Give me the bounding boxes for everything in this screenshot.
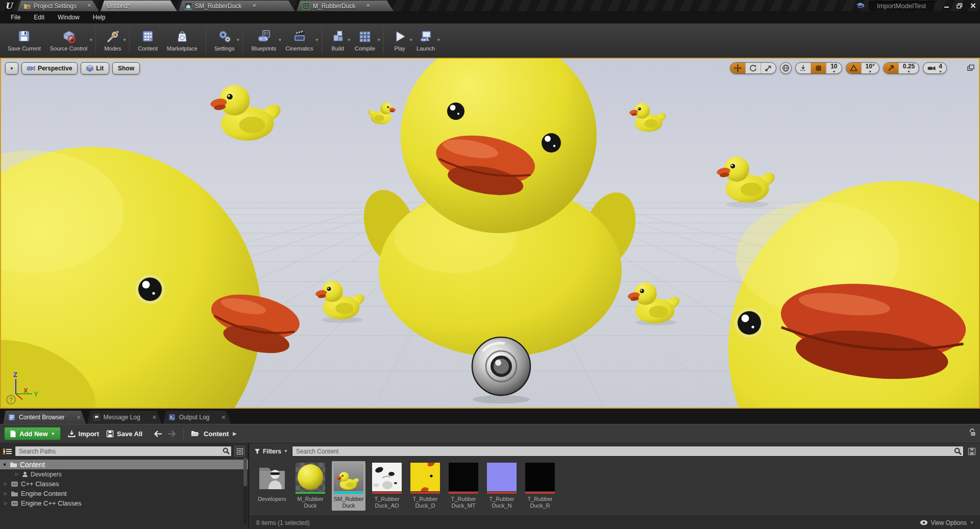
scale-snap-value-dropdown[interactable]: 0.25▼ — [899, 63, 919, 73]
maximize-viewport-icon[interactable] — [967, 64, 975, 72]
close-tab-icon[interactable]: ✕ — [365, 3, 370, 9]
filters-button[interactable]: Filters ▼ — [254, 448, 288, 455]
asset-developers-folder[interactable]: Developers — [255, 461, 289, 504]
blueprints-icon — [256, 29, 272, 44]
menu-file[interactable]: File — [4, 11, 27, 23]
settings-button[interactable]: ▼ Settings — [210, 24, 239, 56]
scale-snap-toggle[interactable] — [884, 63, 899, 73]
modes-button[interactable]: ▼ Modes — [100, 24, 126, 56]
viewport-options-button[interactable]: ▼ — [5, 62, 18, 74]
asset-t-rubberduck-r[interactable]: T_RubberDuck_R — [523, 461, 557, 511]
tab-untitled[interactable]: Untitled* — [101, 1, 177, 11]
path-view-options-button[interactable] — [234, 446, 245, 457]
tab-m-rubberduck[interactable]: M_RubberDuck ✕ — [297, 1, 394, 11]
asset-sm-rubberduck[interactable]: SM_RubberDuck — [332, 461, 365, 511]
content-browser-icon — [140, 29, 155, 44]
tutorial-cap-icon[interactable] — [856, 2, 865, 9]
expander-icon[interactable]: ▷ — [3, 491, 8, 496]
close-tab-icon[interactable]: ✕ — [76, 414, 81, 421]
tree-item-developers[interactable]: ▷ Developers — [0, 469, 248, 479]
camera-speed-dropdown[interactable]: 4▼ — [923, 63, 946, 73]
folder-tree: ▼ Content ▷ Developers ▷ C++ Classes — [0, 460, 248, 508]
blueprints-button[interactable]: ▼ Blueprints — [247, 24, 281, 56]
dropdown-caret-icon[interactable]: ▼ — [236, 38, 240, 42]
rotate-tool-button[interactable] — [746, 63, 761, 73]
rotation-snap-toggle[interactable] — [846, 63, 862, 73]
asset-m-rubberduck[interactable]: M_RubberDuck — [293, 461, 327, 511]
grid-snap-group: 10▼ — [795, 62, 842, 74]
transform-tools-group — [730, 62, 776, 74]
scale-tool-button[interactable] — [761, 63, 776, 73]
tree-item-content[interactable]: ▼ Content — [0, 460, 248, 469]
move-tool-button[interactable] — [730, 63, 746, 73]
expander-icon[interactable]: ▼ — [2, 462, 7, 467]
level-viewport[interactable]: Z X Y ▼ Perspective Lit Show — [0, 58, 980, 409]
close-tab-icon[interactable]: ✕ — [252, 3, 256, 9]
save-search-icon[interactable] — [968, 447, 976, 456]
search-paths-input[interactable] — [15, 446, 232, 457]
tree-item-cpp-classes[interactable]: ▷ C++ Classes — [0, 479, 248, 489]
close-tab-icon[interactable]: ✕ — [221, 414, 226, 421]
tree-item-engine-content[interactable]: ▷ Engine Content — [0, 489, 248, 498]
search-content-input[interactable] — [292, 446, 964, 457]
rotation-snap-value-dropdown[interactable]: 10°▼ — [862, 63, 879, 73]
menu-edit[interactable]: Edit — [27, 11, 51, 23]
lit-button[interactable]: Lit — [81, 62, 109, 74]
lock-button[interactable] — [969, 429, 976, 439]
close-tab-icon[interactable]: ✕ — [87, 3, 91, 9]
dropdown-caret-icon[interactable]: ▼ — [315, 38, 319, 42]
save-all-button[interactable]: Save All — [106, 430, 142, 438]
breadcrumb[interactable]: Content ▶ — [191, 430, 236, 438]
play-button[interactable]: ▼ Play — [387, 24, 412, 56]
grid-snap-toggle[interactable] — [811, 63, 826, 73]
build-button[interactable]: ▼ Build — [326, 24, 350, 56]
menu-help[interactable]: Help — [86, 11, 112, 23]
close-button[interactable] — [968, 2, 978, 10]
grid-snap-value-dropdown[interactable]: 10▼ — [826, 63, 841, 73]
close-tab-icon[interactable]: ✕ — [152, 414, 157, 421]
show-button[interactable]: Show — [112, 62, 140, 74]
expander-icon[interactable]: ▷ — [3, 482, 8, 486]
dropdown-caret-icon[interactable]: ▼ — [377, 38, 381, 42]
tab-project-settings[interactable]: Project Settings ✕ — [17, 1, 99, 11]
viewport-scene[interactable]: Z X Y — [1, 59, 979, 408]
save-current-button[interactable]: Save Current — [3, 24, 45, 56]
marketplace-button[interactable]: Marketplace — [162, 24, 202, 56]
tab-message-log[interactable]: Message Log ✕ — [88, 411, 162, 424]
toolbar-separator — [95, 27, 96, 54]
asset-t-rubberduck-n[interactable]: T_RubberDuck_N — [485, 461, 519, 511]
scrollbar-thumb[interactable] — [243, 458, 247, 486]
tab-sm-rubberduck[interactable]: SM_RubberDuck ✕ — [179, 1, 295, 11]
perspective-button[interactable]: Perspective — [21, 62, 78, 74]
dropdown-caret-icon[interactable]: ▼ — [89, 38, 93, 42]
launch-button[interactable]: ▼ Launch — [412, 24, 439, 56]
tree-scrollbar[interactable] — [243, 458, 247, 524]
unlock-icon — [969, 429, 976, 437]
import-button[interactable]: Import — [68, 430, 99, 438]
back-arrow-icon[interactable] — [154, 431, 162, 437]
world-coordinate-button[interactable] — [780, 62, 792, 74]
surface-snap-button[interactable] — [796, 63, 811, 73]
dropdown-caret-icon[interactable]: ▼ — [436, 38, 440, 42]
asset-t-rubberduck-d[interactable]: T_RubberDuck_D — [408, 461, 442, 511]
tab-content-browser[interactable]: Content Browser ✕ — [3, 411, 86, 424]
asset-t-rubberduck-ao[interactable]: T_RubberDuck_AO — [370, 461, 404, 511]
expander-icon[interactable]: ▷ — [14, 472, 19, 476]
menu-window[interactable]: Window — [51, 11, 86, 23]
forward-arrow-icon[interactable] — [167, 431, 176, 437]
add-new-button[interactable]: Add New ▼ — [4, 427, 61, 440]
compile-button[interactable]: ▼ Compile — [350, 24, 380, 56]
help-icon[interactable]: ? — [6, 395, 16, 405]
asset-t-rubberduck-mt[interactable]: T_RubberDuck_MT — [447, 461, 480, 511]
view-options-button[interactable]: View Options ▼ — [920, 519, 974, 526]
content-button[interactable]: Content — [133, 24, 162, 56]
cinematics-button[interactable]: ▼ Cinematics — [281, 24, 317, 56]
expander-icon[interactable]: ▷ — [3, 501, 8, 506]
sources-toggle-icon[interactable] — [3, 447, 12, 456]
minimize-button[interactable] — [941, 2, 951, 10]
tab-output-log[interactable]: Output Log ✕ — [163, 411, 231, 424]
restore-button[interactable] — [954, 2, 965, 10]
dropdown-caret-icon[interactable]: ▼ — [122, 38, 127, 42]
source-control-button[interactable]: ▼ Source Control — [45, 24, 92, 56]
tree-item-engine-cpp-classes[interactable]: ▷ Engine C++ Classes — [0, 498, 248, 508]
